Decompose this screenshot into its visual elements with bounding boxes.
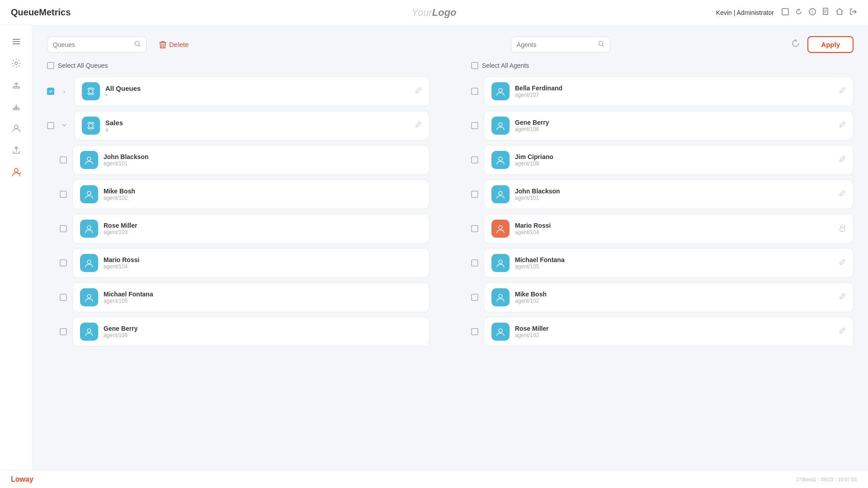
apply-button[interactable]: Apply	[807, 36, 854, 53]
select-all-agents-checkbox[interactable]	[471, 62, 478, 69]
svg-point-7	[15, 62, 18, 65]
queue-agent-avatar-john	[80, 151, 98, 169]
queue-card-all[interactable]: All Queues •	[74, 76, 429, 106]
queue-checkbox-sales[interactable]	[47, 122, 54, 129]
agent-checkbox-john[interactable]	[471, 191, 478, 198]
agent-card-john[interactable]: John Blackson agent/101	[484, 179, 854, 209]
delete-button[interactable]: Delete	[154, 37, 194, 52]
agent-card-gene[interactable]: Gene Berry agent/106	[484, 111, 854, 141]
svg-point-11	[14, 169, 18, 172]
agent-edit-gene[interactable]	[839, 121, 846, 130]
sidebar-export-icon[interactable]	[7, 141, 25, 159]
sidebar-settings-icon[interactable]	[7, 54, 25, 72]
svg-rect-0	[782, 9, 788, 15]
queue-agent-row-john: John Blackson agent/101	[60, 145, 429, 175]
footer-logo: Loway	[11, 475, 33, 483]
agent-checkbox-gene[interactable]	[471, 122, 478, 129]
queue-card-sales[interactable]: Sales a	[74, 111, 429, 141]
queue-agent-row-gene: Gene Berry agent/106	[60, 317, 429, 347]
agent-checkbox-jim[interactable]	[471, 156, 478, 164]
svg-point-18	[87, 226, 91, 230]
queue-info-sales: Sales a	[105, 119, 409, 133]
sidebar-user-icon[interactable]	[7, 119, 25, 137]
queues-search-box[interactable]	[47, 37, 146, 52]
sidebar-download-icon[interactable]	[7, 98, 25, 116]
agent-card-bella[interactable]: Bella Ferdinand agent/107	[484, 76, 854, 106]
queue-agent-card-rose[interactable]: Rose Miller agent/103	[72, 214, 429, 244]
agent-row-michael: Michael Fontana agent/105	[471, 248, 854, 278]
center-logo: YourLogo	[411, 7, 456, 19]
queue-agent-card-gene[interactable]: Gene Berry agent/106	[72, 317, 429, 347]
queue-agent-row-mike: Mike Bosh agent/102	[60, 179, 429, 209]
agent-checkbox-rose[interactable]	[471, 328, 478, 335]
queue-info-all: All Queues •	[105, 84, 409, 99]
select-all-queues-label[interactable]: Select All Queues	[58, 62, 108, 69]
queue-agent-checkbox-gene[interactable]	[60, 328, 67, 335]
agent-card-michael[interactable]: Michael Fontana agent/105	[484, 248, 854, 278]
top-header: QueueMetrics YourLogo Kevin | Administra…	[0, 0, 868, 25]
queue-agent-checkbox-mario[interactable]	[60, 259, 67, 267]
agent-avatar-michael	[491, 254, 509, 272]
queue-icon-all	[82, 82, 100, 100]
queue-agent-card-mike[interactable]: Mike Bosh agent/102	[72, 179, 429, 209]
queue-checkbox-all[interactable]	[47, 88, 54, 95]
agent-edit-rose[interactable]	[839, 327, 846, 336]
sidebar-upload-icon[interactable]	[7, 76, 25, 94]
agent-card-rose[interactable]: Rose Miller agent/103	[484, 317, 854, 347]
agent-lock-mario[interactable]	[839, 225, 846, 233]
queue-edit-sales[interactable]	[415, 121, 422, 130]
agent-edit-mike[interactable]	[839, 293, 846, 302]
document-icon[interactable]	[822, 8, 830, 18]
agent-checkbox-michael[interactable]	[471, 259, 478, 267]
agent-row-jim: Jim Cipriano agent/108	[471, 145, 854, 175]
queue-agent-checkbox-john[interactable]	[60, 156, 67, 164]
select-all-queues-checkbox[interactable]	[47, 62, 54, 69]
agent-checkbox-bella[interactable]	[471, 88, 478, 95]
agent-checkbox-mario[interactable]	[471, 225, 478, 232]
agent-checkbox-mike[interactable]	[471, 294, 478, 301]
queue-agent-card-mario[interactable]: Mario Rossi agent/104	[72, 248, 429, 278]
panels: Select All Queues ›	[47, 60, 854, 477]
agent-card-mike[interactable]: Mike Bosh agent/102	[484, 282, 854, 312]
queue-agent-card-john[interactable]: John Blackson agent/101	[72, 145, 429, 175]
queue-sub-sales: a	[105, 127, 409, 133]
queue-agent-row-michael: Michael Fontana agent/105	[60, 282, 429, 312]
queue-edit-all[interactable]	[415, 87, 422, 96]
agent-card-mario[interactable]: Mario Rossi agent/104	[484, 214, 854, 244]
info-icon[interactable]: i	[808, 8, 816, 18]
refresh-icon[interactable]	[795, 8, 803, 18]
agent-edit-bella[interactable]	[839, 87, 846, 96]
svg-point-29	[499, 295, 502, 298]
sidebar-hamburger[interactable]	[7, 33, 25, 51]
queue-expand-sales[interactable]	[60, 122, 69, 130]
queue-agent-checkbox-michael[interactable]	[60, 294, 67, 301]
toolbar-refresh-icon[interactable]	[791, 39, 800, 50]
queue-agent-checkbox-mike[interactable]	[60, 191, 67, 198]
queue-name-sales: Sales	[105, 119, 409, 127]
queue-name-all: All Queues	[105, 84, 409, 92]
queues-search-input[interactable]	[53, 41, 131, 48]
sidebar-agent-icon[interactable]	[7, 163, 25, 181]
agent-edit-michael[interactable]	[839, 258, 846, 267]
svg-rect-8	[13, 87, 19, 88]
svg-point-13	[599, 42, 603, 46]
agents-search-box[interactable]	[511, 37, 610, 52]
queue-agent-checkbox-rose[interactable]	[60, 225, 67, 232]
queue-expand-all[interactable]: ›	[60, 88, 69, 95]
agent-card-jim[interactable]: Jim Cipriano agent/108	[484, 145, 854, 175]
agent-avatar-gene	[491, 117, 509, 135]
select-all-agents-label[interactable]: Select All Agents	[482, 62, 529, 69]
select-all-queues-row: Select All Queues	[47, 60, 429, 71]
queue-agent-card-michael[interactable]: Michael Fontana agent/105	[72, 282, 429, 312]
agent-avatar-jim	[491, 151, 509, 169]
queue-agent-avatar-rose	[80, 220, 98, 238]
window-icon[interactable]	[781, 8, 789, 18]
svg-point-26	[499, 226, 502, 230]
agents-search-input[interactable]	[517, 41, 594, 48]
footer-version: 170beta1 - 09/23 - 16:07:01	[796, 477, 857, 482]
home-icon[interactable]	[835, 8, 844, 18]
logout-icon[interactable]	[849, 8, 857, 18]
agent-edit-jim[interactable]	[839, 155, 846, 164]
agent-edit-john[interactable]	[839, 190, 846, 199]
toolbar: Delete Apply	[47, 36, 854, 53]
